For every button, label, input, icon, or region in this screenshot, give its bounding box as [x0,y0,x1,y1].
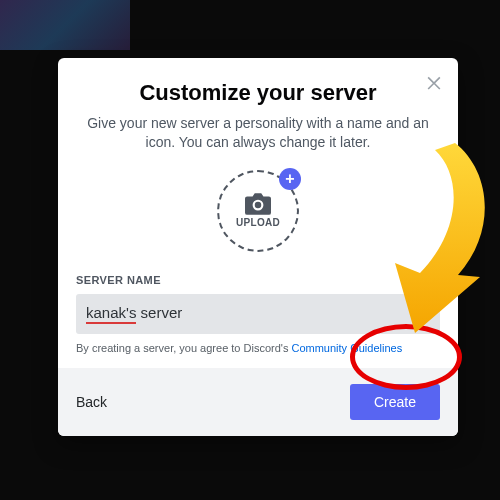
plus-icon: + [279,168,301,190]
camera-icon [245,193,271,215]
back-button[interactable]: Back [76,394,107,410]
create-button[interactable]: Create [350,384,440,420]
upload-label: UPLOAD [236,217,280,228]
server-name-input[interactable]: kanak's server [76,294,440,334]
background-thumbnail [0,0,130,50]
close-icon [424,72,444,92]
modal-title: Customize your server [76,80,440,106]
upload-icon-button[interactable]: UPLOAD + [217,170,299,252]
modal-subtitle: Give your new server a personality with … [76,114,440,152]
server-name-label: SERVER NAME [76,274,440,286]
close-button[interactable] [424,72,444,92]
helper-text: By creating a server, you agree to Disco… [76,342,440,354]
community-guidelines-link[interactable]: Community Guidelines [291,342,402,354]
customize-server-modal: Customize your server Give your new serv… [58,58,458,436]
modal-footer: Back Create [58,368,458,436]
